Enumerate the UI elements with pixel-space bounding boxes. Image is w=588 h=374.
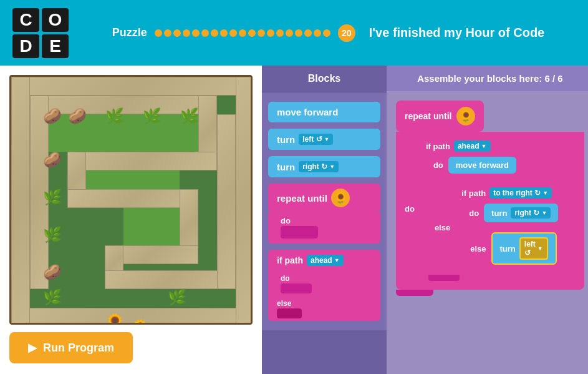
move-forward-label: move forward bbox=[277, 107, 338, 117]
turn-left-dropdown[interactable]: left ↺ bbox=[299, 134, 333, 145]
ws-repeat-outer: repeat until 🌻 do if path ahead bbox=[396, 101, 584, 296]
do-slot: do bbox=[268, 212, 380, 244]
repeat-until-block[interactable]: repeat until 🌻 do bbox=[268, 184, 380, 244]
ws-right-dropdown[interactable]: right ↻ bbox=[511, 207, 551, 219]
ws-close-notch bbox=[428, 275, 460, 281]
ws-do-row: do if path ahead do bbox=[405, 137, 579, 281]
ws-else-1-row: else if path to the right ↻ bbox=[420, 180, 579, 275]
if-path-block[interactable]: if path ahead do else bbox=[268, 250, 380, 321]
maze-wall-right bbox=[236, 77, 253, 325]
puzzle-dot-1 bbox=[164, 29, 171, 37]
do-label: do bbox=[281, 216, 291, 225]
puzzle-dot-8 bbox=[229, 29, 237, 37]
run-program-button[interactable]: ▶ Run Program bbox=[9, 332, 133, 363]
puzzle-dots bbox=[155, 29, 330, 37]
repeat-until-label: repeat until 🌻 bbox=[268, 184, 380, 212]
ws-turn-right-block[interactable]: turn right ↻ bbox=[484, 204, 558, 222]
ws-turn-left-block[interactable]: turn left ↺ bbox=[491, 232, 557, 265]
workspace-header: Assemble your blocks here: 6 / 6 bbox=[387, 66, 588, 91]
maze-path-11 bbox=[217, 114, 236, 289]
blocks-header: Blocks bbox=[262, 66, 387, 92]
plant-6: 🥔 bbox=[41, 149, 64, 171]
ws-do-label: do bbox=[405, 204, 415, 214]
puzzle-dot-17 bbox=[314, 29, 321, 37]
puzzle-dot-4 bbox=[192, 29, 200, 37]
run-btn-label: Run Program bbox=[43, 342, 114, 355]
ws-move-forward-block[interactable]: move forward bbox=[448, 157, 516, 174]
workspace-content: repeat until 🌻 do if path ahead bbox=[387, 91, 588, 305]
puzzle-dot-2 bbox=[173, 29, 181, 37]
plant-5: 🌿 bbox=[178, 105, 201, 127]
ahead-dropdown[interactable]: ahead bbox=[307, 255, 344, 266]
ws-repeat-header: repeat until 🌻 bbox=[396, 101, 484, 132]
sunflower-goal: 🌻 bbox=[128, 317, 151, 325]
turn-right-dropdown[interactable]: right ↻ bbox=[299, 161, 339, 172]
turn-right-block[interactable]: turn right ↻ bbox=[268, 156, 380, 177]
ws-if-outer: if path ahead do move forward bbox=[420, 137, 579, 281]
puzzle-dot-14 bbox=[286, 29, 293, 37]
ws-do-body: do if path ahead do bbox=[396, 132, 584, 290]
ws-else-label-1: else bbox=[435, 223, 450, 232]
workspace-panel: Assemble your blocks here: 6 / 6 repeat … bbox=[387, 66, 588, 374]
ws-else-2-row: else turn left ↺ bbox=[455, 229, 568, 271]
maze: 🥔 🥔 🌿 🌿 🌿 🥔 🌿 🌿 🥔 🌿 🌻 🌻 🌿 🤖 bbox=[9, 75, 253, 325]
pea-shooter: 🌻 bbox=[104, 311, 126, 325]
ws-turn-right-text: turn bbox=[491, 209, 507, 218]
puzzle-dot-7 bbox=[220, 29, 228, 37]
plant-1: 🥔 bbox=[41, 105, 64, 127]
ws-ahead-dropdown[interactable]: ahead bbox=[454, 140, 491, 152]
puzzle-dot-9 bbox=[239, 29, 246, 37]
puzzle-dot-5 bbox=[201, 29, 209, 37]
ws-left-dropdown[interactable]: left ↺ bbox=[519, 237, 548, 260]
finished-text: I've finished my Hour of Code bbox=[369, 26, 544, 40]
ws-else-row-1: else if path to the right ↻ bbox=[428, 181, 574, 273]
maze-wall-left bbox=[11, 77, 30, 325]
do-slot-notch bbox=[281, 283, 312, 293]
do-notch bbox=[281, 226, 318, 239]
puzzle-dot-15 bbox=[295, 29, 302, 37]
else-section: else bbox=[268, 296, 380, 321]
ws-do-turn-right-row: do turn right ↻ bbox=[455, 202, 568, 229]
do-if-label: do bbox=[281, 274, 290, 283]
plant-4: 🌿 bbox=[141, 105, 163, 127]
logo-d: D bbox=[12, 34, 39, 58]
sunflower-icon: 🌻 bbox=[331, 189, 350, 207]
header: C O D E Puzzle 20 I've finished my Hour … bbox=[0, 0, 588, 66]
if-path-row: if path ahead bbox=[268, 250, 380, 271]
turn-left-block[interactable]: turn left ↺ bbox=[268, 129, 380, 150]
maze-wall-top bbox=[11, 77, 253, 96]
turn-right-text: turn bbox=[277, 162, 295, 172]
ws-inner-do-row-2: do turn right ↻ bbox=[469, 204, 563, 222]
turn-left-text: turn bbox=[277, 134, 295, 145]
ws-do-forward-row: do move forward bbox=[420, 155, 579, 180]
ws-else-row-2: else turn left ↺ bbox=[464, 230, 563, 267]
ws-inner-do-label: do bbox=[433, 160, 443, 170]
ws-else-label-2: else bbox=[470, 244, 486, 253]
puzzle-dot-16 bbox=[304, 29, 312, 37]
play-icon: ▶ bbox=[28, 341, 37, 355]
logo-o: O bbox=[42, 8, 69, 32]
ws-repeat-label: repeat until bbox=[405, 111, 451, 121]
main-content: 🥔 🥔 🌿 🌿 🌿 🥔 🌿 🌿 🥔 🌿 🌻 🌻 🌿 🤖 ▶ Run Progra… bbox=[0, 66, 588, 374]
maze-path-6 bbox=[67, 189, 198, 208]
plant-8: 🌿 bbox=[41, 224, 64, 246]
ws-turn-left-text: turn bbox=[500, 244, 516, 253]
puzzle-dot-6 bbox=[211, 29, 218, 37]
plant-11: 🌿 bbox=[166, 286, 188, 308]
ws-if-path-label-2: if path bbox=[461, 189, 486, 198]
ws-if-path-label: if path bbox=[426, 142, 450, 151]
grass-3 bbox=[123, 208, 180, 245]
puzzle-dot-3 bbox=[183, 29, 190, 37]
puzzle-dot-18 bbox=[323, 29, 330, 37]
logo-e: E bbox=[42, 34, 69, 58]
do-section: do bbox=[268, 271, 380, 296]
puzzle-dot-0 bbox=[155, 29, 162, 37]
plant-3: 🌿 bbox=[104, 105, 126, 127]
maze-path-4 bbox=[67, 152, 217, 170]
move-forward-block[interactable]: move forward bbox=[268, 102, 380, 122]
ws-tail bbox=[396, 290, 433, 296]
else-slot-notch bbox=[277, 308, 302, 318]
puzzle-dot-10 bbox=[248, 29, 256, 37]
ws-to-right-dropdown[interactable]: to the right ↻ bbox=[489, 187, 552, 199]
puzzle-dot-11 bbox=[258, 29, 265, 37]
